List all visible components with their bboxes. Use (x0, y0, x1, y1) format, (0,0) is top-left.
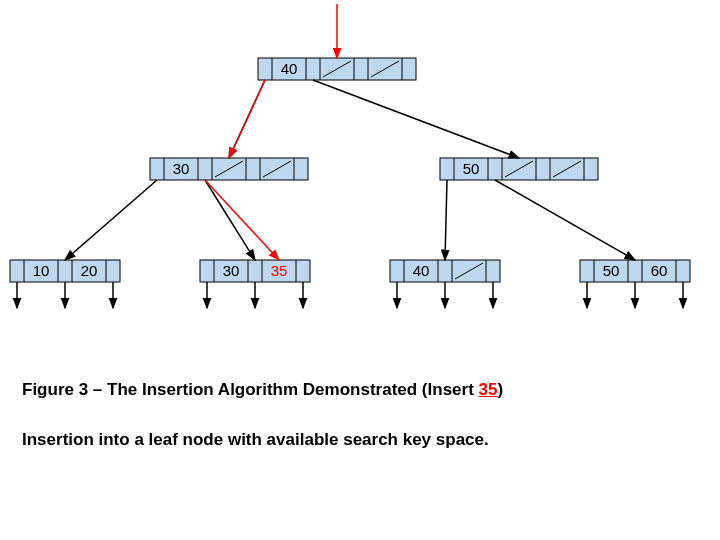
root-node: 40 (258, 58, 416, 80)
svg-line-61 (205, 180, 255, 260)
svg-text:60: 60 (651, 262, 668, 279)
caption-insert-value: 35 (479, 380, 498, 399)
leaf-a: 1020 (10, 260, 120, 282)
svg-rect-30 (10, 260, 120, 282)
svg-rect-44 (390, 260, 500, 282)
internal-left: 30 (150, 158, 308, 180)
svg-text:50: 50 (463, 160, 480, 177)
figure-caption: Figure 3 – The Insertion Algorithm Demon… (22, 380, 503, 400)
svg-text:50: 50 (603, 262, 620, 279)
svg-line-78 (205, 180, 279, 260)
svg-line-63 (495, 180, 635, 260)
caption-prefix: Figure 3 – The Insertion Algorithm Demon… (22, 380, 479, 399)
svg-text:40: 40 (413, 262, 430, 279)
svg-text:20: 20 (81, 262, 98, 279)
svg-text:40: 40 (281, 60, 298, 77)
svg-rect-51 (580, 260, 690, 282)
svg-rect-37 (200, 260, 310, 282)
svg-text:35: 35 (271, 262, 288, 279)
svg-text:30: 30 (223, 262, 240, 279)
figure-subcaption: Insertion into a leaf node with availabl… (22, 430, 489, 450)
svg-text:30: 30 (173, 160, 190, 177)
leaf-c: 40 (390, 260, 500, 282)
leaf-b: 3035 (200, 260, 310, 282)
caption-suffix: ) (497, 380, 503, 399)
leaf-d: 5060 (580, 260, 690, 282)
btree-diagram: 40305010203035405060 (0, 0, 720, 360)
svg-line-59 (313, 80, 519, 158)
svg-line-60 (65, 180, 157, 260)
internal-right: 50 (440, 158, 598, 180)
svg-line-62 (445, 180, 447, 260)
svg-line-77 (229, 80, 265, 158)
svg-text:10: 10 (33, 262, 50, 279)
